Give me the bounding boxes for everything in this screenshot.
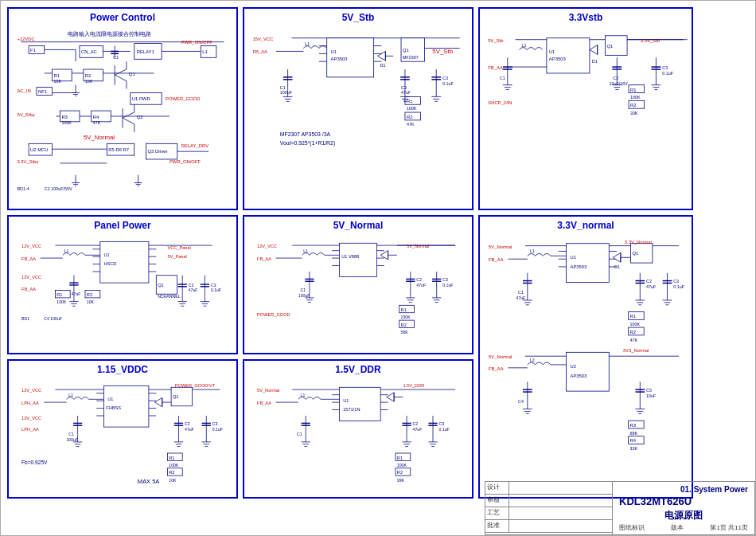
5v-stb-title: 5V_Stb (247, 12, 469, 23)
svg-text:C3: C3 (662, 65, 668, 70)
svg-text:AP3503: AP3503 (331, 57, 349, 61)
svg-text:100K: 100K (397, 463, 407, 468)
svg-text:Q1: Q1 (607, 44, 614, 49)
svg-text:SHCP_24N: SHCP_24N (488, 100, 512, 105)
svg-text:47uF: 47uF (416, 283, 426, 288)
svg-text:Q1: Q1 (129, 72, 135, 76)
svg-text:3.3V_Stb: 3.3V_Stb (641, 38, 661, 43)
svg-text:47K: 47K (93, 120, 101, 125)
svg-text:C2 100uF/50V: C2 100uF/50V (45, 186, 72, 191)
svg-text:U1: U1 (343, 398, 349, 403)
5v-normal-title: 5V_Normal (247, 220, 469, 231)
drawing-title: 电源原图 (664, 509, 703, 522)
3-3-normal-block: 3.3V_normal 5V_Normal FB_AA L1 (478, 215, 693, 499)
svg-text:FB_AA: FB_AA (489, 366, 504, 371)
svg-text:33K: 33K (630, 446, 638, 451)
svg-text:BD1-4: BD1-4 (17, 186, 29, 191)
sheet-title: 01. System Power (616, 485, 751, 494)
svg-text:R1: R1 (57, 292, 62, 297)
svg-text:FB_AA: FB_AA (489, 257, 504, 262)
svg-text:12V_VCC: 12V_VCC (21, 416, 41, 421)
svg-rect-366 (567, 352, 610, 391)
process-label: 工艺 (485, 507, 509, 519)
design-label: 设计 (485, 482, 509, 494)
approve-value (509, 520, 612, 532)
page-container: Power Control 电路输入电流限电源接合控制电路 +12VDC F1 (0, 0, 756, 536)
svg-text:R1: R1 (630, 88, 637, 92)
svg-text:12V_VCC: 12V_VCC (257, 244, 277, 248)
svg-text:C3: C3 (439, 421, 445, 426)
svg-text:100K: 100K (57, 299, 67, 304)
svg-text:39K: 39K (397, 478, 405, 483)
svg-text:R1: R1 (54, 73, 60, 78)
svg-text:C3: C3 (442, 76, 448, 80)
svg-text:0.1uF: 0.1uF (662, 71, 673, 76)
svg-text:U1: U1 (104, 252, 110, 257)
svg-text:Q1: Q1 (633, 251, 639, 256)
svg-text:NCHANNEL: NCHANNEL (158, 294, 180, 299)
svg-text:C2: C2 (401, 85, 407, 90)
process-row: 工艺 (485, 507, 612, 520)
1-5v-ddr-block: 1.5V_DDR 5V_Normal FB_AA L1 (243, 359, 473, 499)
svg-text:MF2307 AP3503 /3A: MF2307 AP3503 /3A (280, 131, 331, 137)
svg-text:R1: R1 (630, 314, 636, 319)
5v-stb-content: 15V_VCC FB_AA L1 U1 AP3503 (247, 26, 469, 202)
svg-text:POWER_GOOD/VT: POWER_GOOD/VT (175, 383, 216, 388)
svg-text:L1: L1 (305, 41, 310, 46)
design-row: 设计 (485, 482, 612, 495)
svg-text:10K: 10K (169, 478, 177, 483)
svg-text:L1: L1 (301, 393, 306, 397)
svg-text:U1: U1 (549, 49, 555, 54)
svg-text:+12VDC: +12VDC (17, 37, 35, 41)
svg-text:R5 R6 R7: R5 R6 R7 (108, 147, 129, 152)
svg-text:L1: L1 (521, 43, 526, 48)
document-number: KDL32MT626U (619, 495, 692, 507)
svg-text:C1: C1 (280, 85, 286, 90)
3-3-normal-svg: 5V_Normal FB_AA L1 U1 AP3503 (483, 234, 688, 491)
svg-text:C3: C3 (442, 277, 448, 282)
3-3-normal-content: 5V_Normal FB_AA L1 U1 AP3503 (483, 234, 688, 491)
review-row: 审核 (485, 495, 612, 507)
panel-power-block: Panel Power 12V_VCC FB_AA L1 (7, 215, 238, 354)
svg-text:Q1: Q1 (403, 48, 409, 53)
svg-text:D1: D1 (380, 63, 386, 68)
svg-text:100K: 100K (630, 95, 641, 100)
svg-text:C3: C3 (212, 421, 218, 426)
svg-text:L2: L2 (530, 358, 535, 362)
approve-label: 批准 (485, 520, 509, 532)
bottom-info-table: 设计 审核 工艺 批准 01. System Power KDL32MT626U (485, 481, 755, 535)
svg-text:Q3 Driver: Q3 Driver (147, 149, 167, 154)
svg-text:RELAY1: RELAY1 (137, 49, 154, 54)
1-5v-ddr-title: 1.5V_DDR (247, 364, 469, 375)
svg-text:100K: 100K (407, 106, 417, 111)
svg-text:C4: C4 (518, 399, 524, 404)
svg-text:R2: R2 (630, 330, 636, 335)
svg-text:C1: C1 (500, 76, 505, 80)
svg-rect-400 (340, 387, 381, 421)
svg-text:1571/1N: 1571/1N (343, 407, 360, 412)
svg-text:5V_Stb: 5V_Stb (432, 48, 453, 55)
svg-text:R2: R2 (87, 292, 92, 297)
power-control-content: 电路输入电流限电源接合控制电路 +12VDC F1 C (12, 26, 233, 202)
svg-text:10K: 10K (85, 79, 93, 84)
panel-power-title: Panel Power (12, 220, 233, 231)
svg-text:R3: R3 (61, 115, 68, 119)
svg-text:R2: R2 (407, 115, 413, 119)
3-3vstb-svg: 5V_Stb L1 U1 AP3503 C1 (483, 26, 688, 202)
svg-text:FB_AA: FB_AA (257, 256, 271, 261)
1-15-vddc-svg: 12V_VCC LPH_AA L1 U1 FHBSS (12, 378, 233, 491)
3-3vstb-content: 5V_Stb L1 U1 AP3503 C1 (483, 26, 688, 202)
svg-text:47uF: 47uF (189, 288, 198, 292)
svg-text:R2: R2 (85, 73, 92, 78)
svg-text:C1: C1 (301, 288, 306, 292)
svg-text:15V_VCC: 15V_VCC (252, 37, 274, 41)
svg-text:R4: R4 (93, 115, 99, 119)
1-15-vddc-title: 1.15_VDDC (12, 364, 233, 375)
svg-text:47uF: 47uF (646, 284, 657, 289)
svg-text:FB_AA: FB_AA (257, 401, 271, 405)
svg-text:FHBSS: FHBSS (106, 405, 121, 410)
svg-text:5V_Normal: 5V_Normal (84, 134, 115, 141)
svg-text:POWER_GOOD: POWER_GOOD (257, 312, 290, 317)
svg-text:U1 PWR: U1 PWR (132, 96, 150, 101)
svg-text:3V3_Normal: 3V3_Normal (623, 348, 649, 353)
